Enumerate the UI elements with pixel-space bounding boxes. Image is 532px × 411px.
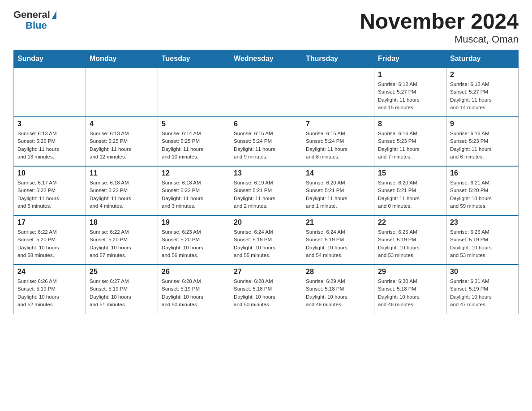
calendar-cell: 28Sunrise: 6:29 AMSunset: 5:18 PMDayligh…: [302, 265, 374, 314]
day-info: Sunrise: 6:15 AMSunset: 5:24 PMDaylight:…: [306, 130, 370, 161]
col-thursday: Thursday: [302, 50, 374, 68]
day-number: 25: [90, 268, 154, 276]
day-number: 13: [234, 169, 298, 177]
day-number: 22: [378, 218, 442, 227]
day-number: 17: [17, 218, 82, 227]
calendar-cell: 24Sunrise: 6:26 AMSunset: 5:19 PMDayligh…: [14, 265, 86, 314]
day-info: Sunrise: 6:18 AMSunset: 5:22 PMDaylight:…: [90, 179, 154, 210]
day-number: 5: [162, 120, 226, 128]
day-number: 14: [306, 169, 370, 177]
calendar-cell: 10Sunrise: 6:17 AMSunset: 5:22 PMDayligh…: [14, 166, 86, 215]
calendar-cell: [230, 68, 302, 117]
calendar-cell: 21Sunrise: 6:24 AMSunset: 5:19 PMDayligh…: [302, 215, 374, 265]
day-info: Sunrise: 6:13 AMSunset: 5:25 PMDaylight:…: [90, 130, 154, 161]
calendar-cell: 7Sunrise: 6:15 AMSunset: 5:24 PMDaylight…: [302, 117, 374, 166]
calendar-cell: 16Sunrise: 6:21 AMSunset: 5:20 PMDayligh…: [446, 166, 519, 215]
day-info: Sunrise: 6:17 AMSunset: 5:22 PMDaylight:…: [17, 179, 82, 210]
calendar-cell: 26Sunrise: 6:28 AMSunset: 5:19 PMDayligh…: [158, 265, 230, 314]
day-info: Sunrise: 6:15 AMSunset: 5:24 PMDaylight:…: [234, 130, 298, 161]
calendar-cell: 5Sunrise: 6:14 AMSunset: 5:25 PMDaylight…: [158, 117, 230, 166]
calendar-header-row: Sunday Monday Tuesday Wednesday Thursday…: [14, 50, 519, 68]
calendar-cell: 2Sunrise: 6:12 AMSunset: 5:27 PMDaylight…: [446, 68, 519, 117]
calendar-cell: 9Sunrise: 6:16 AMSunset: 5:23 PMDaylight…: [446, 117, 519, 166]
day-number: 15: [378, 169, 442, 177]
day-number: 12: [162, 169, 226, 177]
calendar-cell: 17Sunrise: 6:22 AMSunset: 5:20 PMDayligh…: [14, 215, 86, 265]
calendar-cell: 12Sunrise: 6:18 AMSunset: 5:22 PMDayligh…: [158, 166, 230, 215]
calendar-cell: [302, 68, 374, 117]
week-row-1: 1Sunrise: 6:12 AMSunset: 5:27 PMDaylight…: [14, 68, 519, 117]
logo-triangle-icon: [52, 11, 56, 19]
page-header: General Blue November 2024 Muscat, Oman: [13, 9, 519, 45]
day-number: 4: [90, 120, 154, 128]
day-info: Sunrise: 6:19 AMSunset: 5:21 PMDaylight:…: [234, 179, 298, 210]
day-info: Sunrise: 6:22 AMSunset: 5:20 PMDaylight:…: [17, 228, 82, 259]
calendar-cell: [158, 68, 230, 117]
day-info: Sunrise: 6:28 AMSunset: 5:18 PMDaylight:…: [234, 278, 298, 308]
day-info: Sunrise: 6:30 AMSunset: 5:18 PMDaylight:…: [378, 278, 442, 308]
page-title: November 2024: [360, 9, 519, 34]
day-info: Sunrise: 6:24 AMSunset: 5:19 PMDaylight:…: [306, 228, 370, 259]
day-number: 9: [450, 120, 515, 128]
title-section: November 2024 Muscat, Oman: [360, 9, 519, 45]
day-number: 18: [90, 218, 154, 227]
calendar-cell: 15Sunrise: 6:20 AMSunset: 5:21 PMDayligh…: [374, 166, 446, 215]
day-number: 28: [306, 268, 370, 276]
day-info: Sunrise: 6:31 AMSunset: 5:19 PMDaylight:…: [450, 278, 515, 308]
calendar-cell: 3Sunrise: 6:13 AMSunset: 5:26 PMDaylight…: [14, 117, 86, 166]
week-row-5: 24Sunrise: 6:26 AMSunset: 5:19 PMDayligh…: [14, 265, 519, 314]
col-monday: Monday: [86, 50, 158, 68]
day-info: Sunrise: 6:28 AMSunset: 5:19 PMDaylight:…: [162, 278, 226, 308]
calendar-cell: 23Sunrise: 6:26 AMSunset: 5:19 PMDayligh…: [446, 215, 519, 265]
day-info: Sunrise: 6:16 AMSunset: 5:23 PMDaylight:…: [378, 130, 442, 161]
logo: General Blue: [13, 9, 56, 31]
day-number: 27: [234, 268, 298, 276]
day-number: 26: [162, 268, 226, 276]
calendar-cell: 6Sunrise: 6:15 AMSunset: 5:24 PMDaylight…: [230, 117, 302, 166]
day-number: 30: [450, 268, 515, 276]
day-info: Sunrise: 6:20 AMSunset: 5:21 PMDaylight:…: [378, 179, 442, 210]
day-info: Sunrise: 6:25 AMSunset: 5:19 PMDaylight:…: [378, 228, 442, 259]
day-number: 10: [17, 169, 82, 177]
calendar-cell: 8Sunrise: 6:16 AMSunset: 5:23 PMDaylight…: [374, 117, 446, 166]
calendar-cell: 1Sunrise: 6:12 AMSunset: 5:27 PMDaylight…: [374, 68, 446, 117]
page-location: Muscat, Oman: [360, 34, 519, 45]
day-number: 29: [378, 268, 442, 276]
calendar-cell: 4Sunrise: 6:13 AMSunset: 5:25 PMDaylight…: [86, 117, 158, 166]
day-info: Sunrise: 6:18 AMSunset: 5:22 PMDaylight:…: [162, 179, 226, 210]
col-sunday: Sunday: [14, 50, 86, 68]
day-info: Sunrise: 6:21 AMSunset: 5:20 PMDaylight:…: [450, 179, 515, 210]
calendar-cell: [86, 68, 158, 117]
logo-general: General: [13, 9, 50, 21]
calendar-cell: 18Sunrise: 6:22 AMSunset: 5:20 PMDayligh…: [86, 215, 158, 265]
col-saturday: Saturday: [446, 50, 519, 68]
day-info: Sunrise: 6:27 AMSunset: 5:19 PMDaylight:…: [90, 278, 154, 308]
day-info: Sunrise: 6:13 AMSunset: 5:26 PMDaylight:…: [17, 130, 82, 161]
day-info: Sunrise: 6:29 AMSunset: 5:18 PMDaylight:…: [306, 278, 370, 308]
calendar-cell: 30Sunrise: 6:31 AMSunset: 5:19 PMDayligh…: [446, 265, 519, 314]
calendar-cell: 25Sunrise: 6:27 AMSunset: 5:19 PMDayligh…: [86, 265, 158, 314]
day-number: 16: [450, 169, 515, 177]
day-number: 7: [306, 120, 370, 128]
day-number: 8: [378, 120, 442, 128]
day-info: Sunrise: 6:23 AMSunset: 5:20 PMDaylight:…: [162, 228, 226, 259]
calendar-cell: 22Sunrise: 6:25 AMSunset: 5:19 PMDayligh…: [374, 215, 446, 265]
calendar-cell: [14, 68, 86, 117]
calendar-cell: 19Sunrise: 6:23 AMSunset: 5:20 PMDayligh…: [158, 215, 230, 265]
day-number: 21: [306, 218, 370, 227]
calendar-cell: 27Sunrise: 6:28 AMSunset: 5:18 PMDayligh…: [230, 265, 302, 314]
day-number: 11: [90, 169, 154, 177]
col-friday: Friday: [374, 50, 446, 68]
day-info: Sunrise: 6:26 AMSunset: 5:19 PMDaylight:…: [450, 228, 515, 259]
day-info: Sunrise: 6:20 AMSunset: 5:21 PMDaylight:…: [306, 179, 370, 210]
calendar-cell: 29Sunrise: 6:30 AMSunset: 5:18 PMDayligh…: [374, 265, 446, 314]
calendar-table: Sunday Monday Tuesday Wednesday Thursday…: [13, 50, 519, 314]
calendar-cell: 20Sunrise: 6:24 AMSunset: 5:19 PMDayligh…: [230, 215, 302, 265]
day-info: Sunrise: 6:26 AMSunset: 5:19 PMDaylight:…: [17, 278, 82, 308]
day-info: Sunrise: 6:24 AMSunset: 5:19 PMDaylight:…: [234, 228, 298, 259]
week-row-3: 10Sunrise: 6:17 AMSunset: 5:22 PMDayligh…: [14, 166, 519, 215]
calendar-cell: 13Sunrise: 6:19 AMSunset: 5:21 PMDayligh…: [230, 166, 302, 215]
col-tuesday: Tuesday: [158, 50, 230, 68]
day-number: 3: [17, 120, 82, 128]
day-number: 24: [17, 268, 82, 276]
